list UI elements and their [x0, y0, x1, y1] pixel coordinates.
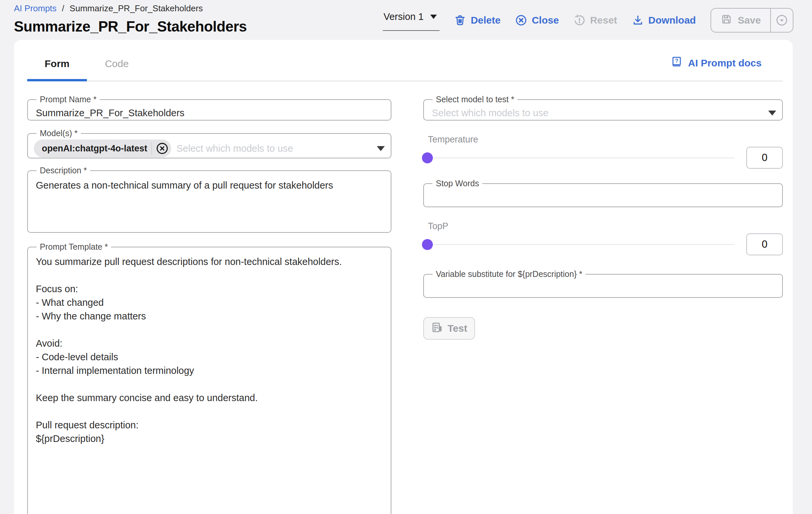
topp-block: TopP 0 [423, 221, 783, 255]
description-label: Description * [36, 166, 90, 175]
ai-prompt-docs-link[interactable]: ? AI Prompt docs [671, 56, 761, 70]
chevron-down-icon [430, 15, 437, 19]
description-field: Description * Generates a non-technical … [27, 166, 392, 233]
test-panel: Select model to test * Select which mode… [423, 94, 783, 514]
save-menu-button [771, 9, 793, 32]
model-chip: openAI:chatgpt-4o-latest [34, 139, 171, 157]
chip-divider [151, 142, 152, 155]
prompt-template-textarea[interactable]: You summarize pull request descriptions … [34, 252, 385, 514]
reset-button-label: Reset [590, 15, 617, 26]
select-model-caret-icon [768, 111, 776, 115]
form-card: Form Code ? AI Prompt docs Prompt Name * [14, 40, 793, 514]
temperature-slider-thumb[interactable] [422, 153, 433, 163]
save-floppy-icon [721, 13, 732, 28]
topp-slider[interactable] [423, 234, 734, 255]
variable-substitute-input[interactable] [430, 279, 776, 295]
chip-remove-icon[interactable] [156, 142, 169, 155]
version-select[interactable]: Version 1 [383, 9, 439, 31]
save-button: Save [711, 9, 771, 32]
save-button-label: Save [738, 15, 761, 26]
topp-value-input[interactable]: 0 [746, 234, 783, 255]
docs-book-question-icon: ? [671, 56, 683, 70]
prompt-name-label: Prompt Name * [36, 94, 100, 104]
temperature-value-input[interactable]: 0 [746, 147, 783, 169]
stop-words-label: Stop Words [433, 179, 482, 188]
delete-button-label: Delete [471, 15, 500, 26]
prompt-name-field: Prompt Name * [27, 94, 392, 120]
active-tab-indicator [27, 79, 87, 81]
models-label: Model(s) * [36, 129, 81, 138]
description-textarea[interactable]: Generates a non-technical summary of a p… [34, 175, 385, 227]
topp-slider-thumb[interactable] [422, 239, 433, 250]
tab-form[interactable]: Form [27, 58, 87, 81]
breadcrumb-ai-prompts-link[interactable]: AI Prompts [14, 3, 57, 13]
models-dropdown-caret-icon[interactable] [377, 146, 385, 151]
prompt-template-label: Prompt Template * [36, 242, 111, 252]
trash-icon [454, 14, 466, 26]
test-button-label: Test [447, 323, 467, 334]
tab-underline [27, 81, 783, 81]
breadcrumb-separator: / [62, 3, 64, 13]
stop-words-field: Stop Words [423, 179, 783, 207]
close-button[interactable]: Close [515, 14, 559, 26]
models-field: Model(s) * openAI:chatgpt-4o-latest Sele… [27, 129, 392, 158]
topp-slider-track [423, 244, 734, 245]
card-head: Form Code ? AI Prompt docs [14, 40, 793, 81]
page-header: AI Prompts / Summarize_PR_For_Stakeholde… [14, 3, 247, 35]
toolbar: Version 1 Delete Close [383, 8, 793, 32]
form-column: Prompt Name * Model(s) * openAI:chatgpt-… [27, 94, 392, 514]
breadcrumb-current: Summarize_PR_For_Stakeholders [70, 3, 203, 13]
download-icon [632, 14, 644, 26]
close-button-label: Close [532, 15, 559, 26]
temperature-slider-track [423, 157, 734, 158]
tab-code[interactable]: Code [87, 58, 147, 81]
download-button-label: Download [648, 15, 696, 26]
temperature-label: Temperature [428, 134, 783, 145]
temperature-slider[interactable] [423, 147, 734, 169]
download-button[interactable]: Download [632, 14, 696, 26]
breadcrumb: AI Prompts / Summarize_PR_For_Stakeholde… [14, 3, 247, 13]
temperature-block: Temperature 0 [423, 134, 783, 169]
close-circle-icon [515, 14, 527, 26]
stop-words-input[interactable] [430, 188, 776, 204]
save-split-button: Save [710, 8, 793, 32]
prompt-name-input[interactable] [34, 104, 385, 121]
page-title: Summarize_PR_For_Stakeholders [14, 18, 247, 35]
select-model-dropdown[interactable]: Select which models to use [430, 104, 776, 121]
prompt-template-field: Prompt Template * You summarize pull req… [27, 242, 392, 514]
delete-button[interactable]: Delete [454, 14, 500, 26]
models-placeholder: Select which models to use [176, 143, 377, 154]
test-checklist-icon [431, 321, 443, 336]
ai-prompt-docs-label: AI Prompt docs [688, 57, 761, 69]
reset-icon [574, 14, 585, 26]
select-model-to-test-label: Select model to test * [433, 94, 518, 104]
model-chip-label: openAI:chatgpt-4o-latest [42, 143, 147, 154]
version-select-value: Version 1 [383, 11, 424, 22]
models-multiselect[interactable]: openAI:chatgpt-4o-latest Select which mo… [34, 138, 385, 159]
tab-bar: Form Code [27, 58, 147, 81]
svg-text:?: ? [675, 58, 678, 64]
reset-button: Reset [574, 14, 617, 26]
variable-substitute-label: Variable substitute for ${prDescription}… [433, 269, 585, 279]
select-model-placeholder: Select which models to use [430, 108, 768, 118]
topp-label: TopP [428, 221, 783, 232]
select-model-to-test-field: Select model to test * Select which mode… [423, 94, 783, 120]
test-button: Test [423, 317, 475, 340]
variable-substitute-field: Variable substitute for ${prDescription}… [423, 269, 783, 298]
